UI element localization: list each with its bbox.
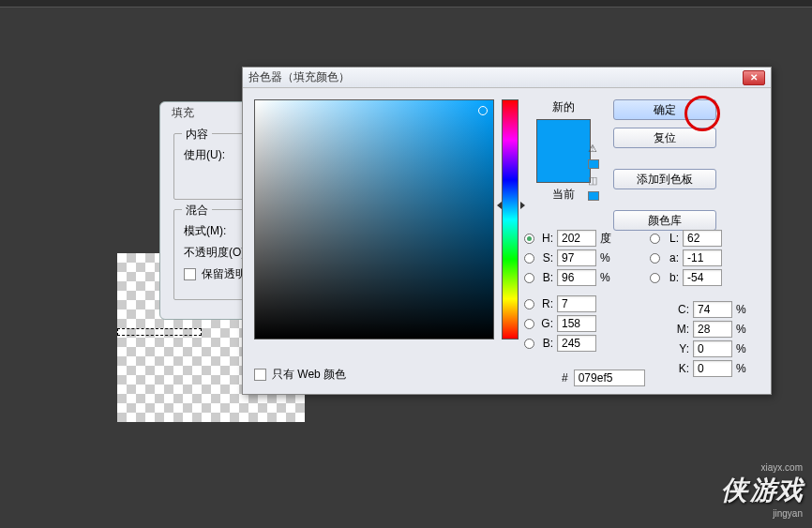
websafe-swatch[interactable] — [588, 191, 599, 201]
r-input[interactable] — [557, 295, 596, 312]
k-input[interactable] — [693, 360, 732, 377]
r-label: R: — [538, 297, 553, 310]
color-picker-dialog: 拾色器（填充颜色） ✕ 新的 当前 ⚠ ◫ 确定 复位 — [242, 67, 772, 395]
l-radio[interactable] — [650, 234, 660, 244]
watermark-brand3: 侠 — [721, 475, 747, 505]
s-unit: % — [600, 251, 613, 264]
color-field[interactable] — [254, 99, 494, 339]
web-only-row: 只有 Web 颜色 — [254, 367, 346, 383]
b-label: B: — [538, 337, 553, 350]
s-radio[interactable] — [524, 253, 534, 264]
watermark-site: xiayx.com — [721, 462, 803, 473]
blend-legend: 混合 — [182, 203, 212, 219]
content-legend: 内容 — [182, 127, 212, 143]
k-unit: % — [736, 362, 749, 375]
websafe-warning-icon[interactable]: ◫ — [588, 174, 599, 186]
b-radio[interactable] — [524, 339, 534, 349]
new-label: 新的 — [552, 99, 575, 115]
close-button[interactable]: ✕ — [743, 70, 765, 85]
bb-label: b: — [664, 271, 679, 284]
watermark-sub: jingyan — [721, 508, 803, 519]
c-unit: % — [736, 303, 749, 316]
ruler-horizontal — [0, 0, 812, 8]
marquee-selection — [117, 328, 202, 336]
bv-unit: % — [600, 271, 613, 284]
l-input[interactable] — [683, 230, 722, 247]
watermark-brand4: 游戏 — [750, 475, 803, 505]
a-input[interactable] — [683, 249, 722, 266]
web-only-checkbox[interactable] — [254, 369, 266, 381]
a-label: a: — [664, 251, 679, 264]
y-input[interactable] — [693, 340, 732, 357]
g-radio[interactable] — [524, 319, 534, 329]
hue-slider-thumb[interactable] — [497, 202, 525, 209]
l-label: L: — [664, 232, 679, 245]
ok-button[interactable]: 确定 — [613, 99, 716, 120]
watermark: xiayx.com 侠 游戏 jingyan — [721, 462, 803, 519]
preserve-checkbox[interactable] — [184, 268, 196, 280]
current-color-swatch — [537, 151, 590, 182]
k-label: K: — [674, 362, 689, 375]
picker-title: 拾色器（填充颜色） — [248, 69, 743, 85]
m-unit: % — [736, 323, 749, 336]
c-label: C: — [674, 303, 689, 316]
bv-input[interactable] — [557, 269, 596, 286]
web-only-label: 只有 Web 颜色 — [272, 367, 346, 383]
hex-input[interactable] — [574, 370, 645, 386]
h-unit: 度 — [600, 231, 613, 247]
color-field-cursor — [478, 106, 488, 115]
bv-label: B: — [538, 271, 553, 284]
use-label: 使用(U): — [184, 147, 225, 163]
h-input[interactable] — [557, 230, 596, 247]
h-label: H: — [538, 232, 553, 245]
bb-input[interactable] — [683, 269, 722, 286]
mode-label: 模式(M): — [184, 223, 226, 239]
s-label: S: — [538, 251, 553, 264]
b-input[interactable] — [557, 335, 596, 352]
s-input[interactable] — [557, 249, 596, 266]
hex-prefix: # — [562, 371, 568, 385]
add-swatch-button[interactable]: 添加到色板 — [613, 169, 716, 189]
current-label: 当前 — [552, 187, 575, 203]
reset-button[interactable]: 复位 — [613, 128, 716, 148]
g-label: G: — [538, 317, 553, 330]
color-swatch-preview — [536, 119, 591, 183]
picker-titlebar[interactable]: 拾色器（填充颜色） ✕ — [243, 68, 771, 88]
new-color-swatch — [537, 120, 590, 151]
h-radio[interactable] — [524, 234, 534, 244]
a-radio[interactable] — [650, 253, 660, 264]
y-unit: % — [736, 342, 749, 355]
y-label: Y: — [674, 342, 689, 355]
opacity-label: 不透明度(O): — [184, 245, 248, 261]
c-input[interactable] — [693, 301, 732, 318]
gamut-warning-icon[interactable]: ⚠ — [588, 143, 599, 154]
m-label: M: — [674, 323, 689, 336]
hue-slider[interactable] — [502, 99, 519, 339]
r-radio[interactable] — [524, 299, 534, 309]
g-input[interactable] — [557, 315, 596, 332]
gamut-swatch[interactable] — [588, 159, 599, 169]
bb-radio[interactable] — [650, 273, 660, 283]
m-input[interactable] — [693, 321, 732, 338]
bv-radio[interactable] — [524, 273, 534, 283]
